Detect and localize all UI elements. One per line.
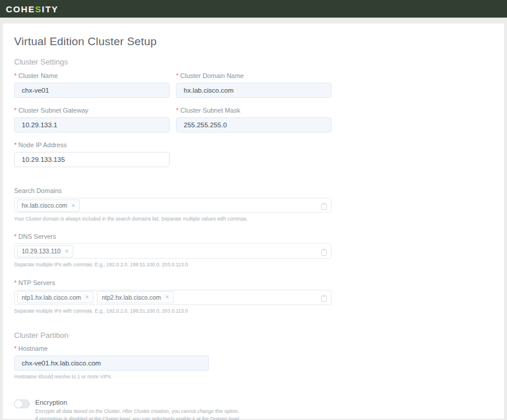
node-ip-address-label-text: Node IP Address <box>18 141 66 148</box>
field-search-domains: Search Domains hx.lab.cisco.com × Your C… <box>14 187 332 222</box>
encryption-toggle[interactable] <box>14 399 30 408</box>
ntp-servers-label-text: NTP Servers <box>18 279 55 286</box>
hostname-label-text: Hostname <box>18 345 48 352</box>
paste-icon[interactable] <box>321 294 327 304</box>
cluster-name-label-text: Cluster Name <box>18 72 58 79</box>
required-marker: * <box>176 72 178 79</box>
paste-icon[interactable] <box>321 248 327 258</box>
setup-card: Virtual Edition Cluster Setup Cluster Se… <box>3 23 504 419</box>
tag-chip-label: ntp2.hx.lab.cisco.com <box>102 294 161 301</box>
tag-chip: ntp2.hx.lab.cisco.com × <box>97 291 173 303</box>
required-marker: * <box>14 141 16 148</box>
cluster-name-input[interactable] <box>14 83 170 98</box>
search-domains-label-text: Search Domains <box>14 187 62 194</box>
search-domains-helper: Your Cluster domain is always included i… <box>14 215 332 222</box>
section-cluster-partition: Cluster Partition <box>14 331 493 340</box>
required-marker: * <box>14 345 16 352</box>
cluster-domain-name-label: *Cluster Domain Name <box>176 72 332 79</box>
hostname-input[interactable] <box>14 355 209 371</box>
field-cluster-domain-name: *Cluster Domain Name <box>176 72 332 98</box>
field-ntp-servers: *NTP Servers ntp1.hx.lab.cisco.com × ntp… <box>14 279 332 314</box>
tag-chip: 10.29.133.110 × <box>17 245 73 258</box>
form-row-3: *Node IP Address <box>14 141 493 167</box>
dns-servers-helper: Separate multiple IPs with commas. E.g.,… <box>14 261 332 268</box>
logo-text-prefix: COHE <box>6 4 35 14</box>
tag-chip-label: 10.29.133.110 <box>22 248 60 255</box>
paste-icon[interactable] <box>321 202 327 212</box>
encryption-helper-line2: If encryption is disabled at the Cluster… <box>35 415 241 420</box>
hostname-helper: Hostname should resolve to 1 or more VIP… <box>14 373 209 380</box>
search-domains-label: Search Domains <box>14 187 332 194</box>
section-cluster-settings: Cluster Settings <box>14 57 493 66</box>
field-node-ip-address: *Node IP Address <box>14 141 170 167</box>
cluster-name-label: *Cluster Name <box>14 72 170 79</box>
dns-servers-label: *DNS Servers <box>14 233 332 240</box>
node-ip-address-label: *Node IP Address <box>14 141 170 148</box>
hostname-label: *Hostname <box>14 345 209 352</box>
required-marker: * <box>14 107 16 114</box>
field-cluster-subnet-mask: *Cluster Subnet Mask <box>176 107 332 133</box>
field-cluster-name: *Cluster Name <box>14 72 170 98</box>
remove-tag-icon[interactable]: × <box>85 294 89 300</box>
ntp-servers-input[interactable]: ntp1.hx.lab.cisco.com × ntp2.hx.lab.cisc… <box>14 290 332 305</box>
remove-tag-icon[interactable]: × <box>165 294 168 300</box>
ntp-servers-helper: Separate multiple IPs with commas. E.g.,… <box>14 307 332 314</box>
field-cluster-subnet-gateway: *Cluster Subnet Gateway <box>14 107 170 133</box>
logo-green-s: S <box>35 4 42 14</box>
setup-form: Virtual Edition Cluster Setup Cluster Se… <box>3 23 504 420</box>
cluster-subnet-gateway-input[interactable] <box>14 117 170 133</box>
remove-tag-icon[interactable]: × <box>72 202 75 209</box>
remove-tag-icon[interactable]: × <box>65 248 68 255</box>
dns-servers-label-text: DNS Servers <box>18 233 56 240</box>
tag-chip-label: hx.lab.cisco.com <box>22 202 67 209</box>
form-row-1: *Cluster Name *Cluster Domain Name <box>14 72 493 98</box>
required-marker: * <box>14 279 16 286</box>
cluster-subnet-gateway-label-text: Cluster Subnet Gateway <box>18 107 88 114</box>
toggle-knob-icon <box>14 399 23 408</box>
required-marker: * <box>14 72 16 79</box>
logo-text-suffix: ITY <box>42 4 58 14</box>
app-header: COHESITY <box>0 0 507 18</box>
cluster-domain-name-input[interactable] <box>176 83 332 98</box>
required-marker: * <box>176 107 178 114</box>
cluster-subnet-mask-label: *Cluster Subnet Mask <box>176 107 332 114</box>
encryption-section: Encryption Encrypts all data stored on t… <box>14 399 493 420</box>
encryption-helper-line1: Encrypts all data stored on the Cluster.… <box>35 408 241 415</box>
cluster-subnet-mask-input[interactable] <box>176 117 332 133</box>
tag-chip: hx.lab.cisco.com × <box>17 199 80 212</box>
cluster-subnet-mask-label-text: Cluster Subnet Mask <box>180 107 240 114</box>
field-dns-servers: *DNS Servers 10.29.133.110 × Separate mu… <box>14 233 332 268</box>
node-ip-address-input[interactable] <box>14 152 170 167</box>
search-domains-input[interactable]: hx.lab.cisco.com × <box>14 198 332 213</box>
cluster-domain-name-label-text: Cluster Domain Name <box>180 72 244 79</box>
required-marker: * <box>14 233 16 240</box>
cluster-subnet-gateway-label: *Cluster Subnet Gateway <box>14 107 170 114</box>
tag-chip-label: ntp1.hx.lab.cisco.com <box>22 294 81 301</box>
encryption-text: Encryption Encrypts all data stored on t… <box>35 399 241 420</box>
tag-chip: ntp1.hx.lab.cisco.com × <box>17 291 93 303</box>
encryption-label: Encryption <box>35 399 241 406</box>
dns-servers-input[interactable]: 10.29.133.110 × <box>14 243 332 259</box>
form-row-2: *Cluster Subnet Gateway *Cluster Subnet … <box>14 107 493 133</box>
ntp-servers-label: *NTP Servers <box>14 279 332 286</box>
field-hostname: *Hostname Hostname should resolve to 1 o… <box>14 345 209 380</box>
cohesity-logo: COHESITY <box>6 4 59 14</box>
page-title: Virtual Edition Cluster Setup <box>14 35 493 48</box>
